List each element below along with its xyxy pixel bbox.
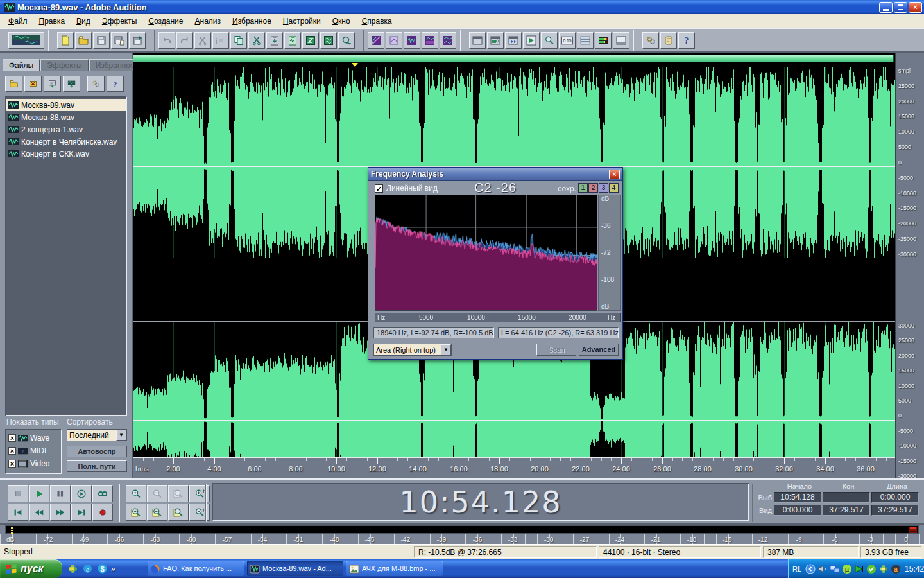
play-list-icon[interactable]: [523, 32, 540, 49]
save-icon[interactable]: [93, 32, 110, 49]
tab-effects[interactable]: Эффекты: [40, 59, 89, 71]
status-bar-toggle-icon[interactable]: [613, 32, 629, 49]
restore-button[interactable]: [894, 2, 907, 13]
zoom-controls-icon[interactable]: [541, 32, 558, 49]
quick-launch-overflow[interactable]: »: [111, 565, 116, 574]
download-master-icon[interactable]: a: [891, 564, 901, 574]
amplitude-ruler-left-channel[interactable]: smpl2500020000150001000050000-5000-10000…: [896, 67, 924, 258]
zoom-vertical-out-button[interactable]: [189, 504, 210, 521]
multitrack-view-icon[interactable]: [8, 32, 44, 49]
full-paths-button[interactable]: Полн. пути: [67, 460, 127, 472]
spectral-phase-icon[interactable]: [440, 32, 456, 49]
close-button[interactable]: ×: [909, 2, 922, 13]
stop-button[interactable]: [8, 485, 28, 502]
zoom-full-button[interactable]: [168, 485, 189, 502]
tab-files[interactable]: Файлы: [3, 59, 40, 71]
menu-item[interactable]: Файл: [3, 15, 33, 28]
level-meter[interactable]: dB -72-69-66-63-60-57-54-51-48-45-42-39-…: [0, 525, 924, 544]
fast-forward-button[interactable]: [50, 504, 71, 521]
close-file-icon[interactable]: [24, 76, 42, 92]
menu-item[interactable]: Создание: [142, 15, 189, 28]
save-slot-1-button[interactable]: 1: [578, 183, 588, 193]
chevron-down-icon[interactable]: ▼: [441, 344, 451, 355]
level-meters-icon[interactable]: [595, 32, 612, 49]
save-slot-4-button[interactable]: 4: [609, 183, 619, 193]
show-files-panel-icon[interactable]: [469, 32, 486, 49]
redo-icon[interactable]: [176, 32, 193, 49]
spectrum-graph[interactable]: [375, 195, 597, 311]
convert-sample-type-icon[interactable]: [302, 32, 319, 49]
skype-icon[interactable]: S: [97, 563, 108, 574]
selection-time-field[interactable]: 10:54.128: [774, 492, 821, 503]
frequency-analysis-icon[interactable]: [368, 32, 384, 49]
wave-checkbox[interactable]: ×: [8, 434, 16, 442]
menu-item[interactable]: Окно: [327, 15, 356, 28]
volume-icon[interactable]: [817, 564, 828, 574]
icq-icon[interactable]: [67, 563, 78, 574]
file-list-item[interactable]: Концерт в СКК.wav: [6, 148, 126, 160]
sort-select[interactable]: Последний ▼: [67, 429, 127, 441]
zoom-out-button[interactable]: [147, 485, 167, 502]
cue-marker-icon[interactable]: [338, 32, 355, 49]
menu-item[interactable]: Анализ: [189, 15, 227, 28]
time-window-icon[interactable]: 0:15: [559, 32, 576, 49]
playhead-cursor[interactable]: [355, 67, 355, 457]
paste-icon[interactable]: [266, 32, 283, 49]
go-to-start-button[interactable]: [8, 504, 28, 521]
internet-explorer-icon[interactable]: e: [82, 563, 93, 574]
insert-in-multitrack-icon[interactable]: [320, 32, 337, 49]
selection-time-field[interactable]: [823, 492, 870, 503]
menu-item[interactable]: Вид: [71, 15, 96, 28]
player-icon[interactable]: [854, 564, 864, 574]
taskbar-task-1[interactable]: FAQ. Как получить ...: [148, 561, 244, 576]
cut-icon[interactable]: [248, 32, 265, 49]
pause-button[interactable]: [50, 485, 71, 502]
save-as-icon[interactable]: [111, 32, 128, 49]
undo-icon[interactable]: [158, 32, 175, 49]
copy-icon[interactable]: [230, 32, 247, 49]
utorrent-icon[interactable]: µ: [842, 564, 852, 574]
scan-button[interactable]: Scan: [536, 344, 576, 356]
language-indicator[interactable]: RL: [792, 565, 801, 573]
playhead-marker-top[interactable]: [352, 63, 358, 67]
mix-paste-icon[interactable]: [284, 32, 301, 49]
trim-icon[interactable]: [212, 32, 229, 49]
taskbar-task-2[interactable]: Москва-89.wav - Ad...: [247, 561, 343, 576]
area-select[interactable]: Area (Right on top) ▼: [373, 344, 452, 356]
menu-item[interactable]: Справка: [356, 15, 398, 28]
play-looped-button[interactable]: [71, 485, 92, 502]
advanced-button[interactable]: Advanced: [579, 344, 619, 356]
minimize-button[interactable]: [879, 2, 893, 13]
save-copy-icon[interactable]: [129, 32, 146, 49]
cue-list-icon[interactable]: [577, 32, 594, 49]
play-loop-button[interactable]: [92, 485, 113, 502]
zoom-sel-right-button[interactable]: [168, 504, 189, 521]
phase-analysis-icon[interactable]: [386, 32, 402, 49]
zoom-in-button[interactable]: [126, 485, 146, 502]
help-icon[interactable]: ?: [678, 32, 695, 49]
time-ruler[interactable]: hmshms2:004:006:008:0010:0012:0014:0016:…: [133, 457, 924, 478]
zoom-to-selection-button[interactable]: [126, 504, 146, 521]
taskbar-task-3[interactable]: АЧХ для M-88.bmp - ...: [346, 561, 443, 576]
waveform-view-icon[interactable]: [404, 32, 420, 49]
selection-time-field[interactable]: 37:29.517: [823, 505, 870, 516]
zoom-vertical-in-button[interactable]: [189, 485, 210, 502]
collapse-arrow-icon[interactable]: [805, 564, 816, 574]
icq-flower-icon[interactable]: [878, 564, 889, 574]
file-list-item[interactable]: 2 концерта-1.wav: [6, 123, 126, 136]
scripts-icon[interactable]: [660, 32, 677, 49]
new-file-icon[interactable]: [57, 32, 74, 49]
save-slot-2-button[interactable]: 2: [588, 183, 598, 193]
file-list-item[interactable]: Москва-88.wav: [6, 111, 126, 123]
show-effects-rack-icon[interactable]: [505, 32, 522, 49]
autoplay-button[interactable]: Автовоспр: [67, 446, 127, 457]
selection-time-field[interactable]: 0:00.000: [871, 492, 919, 503]
go-to-end-button[interactable]: [71, 504, 92, 521]
menu-item[interactable]: Избранное: [227, 15, 277, 28]
network-icon[interactable]: [830, 564, 840, 574]
save-slot-3-button[interactable]: 3: [599, 183, 608, 193]
zoom-sel-left-button[interactable]: [147, 504, 167, 521]
spectral-view-icon[interactable]: [422, 32, 438, 49]
crop-icon[interactable]: [194, 32, 211, 49]
import-file-icon[interactable]: [44, 76, 61, 92]
